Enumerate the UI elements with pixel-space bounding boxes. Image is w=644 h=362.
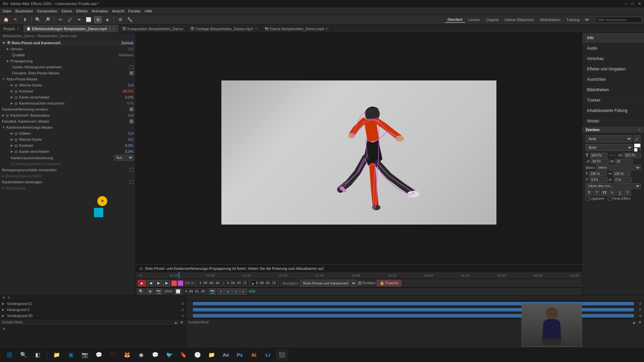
schalter-modi-label-1[interactable]: Schalter/Modi (2, 320, 22, 324)
hindi-label[interactable]: Hindi-Ziffern (608, 197, 631, 200)
tl-prev-frame[interactable]: ◀ (147, 280, 154, 286)
tool-pencil[interactable]: ✒ (75, 16, 83, 23)
taskbar-lightroom[interactable]: Lr (262, 349, 274, 361)
kantenverf-maske-group[interactable]: ▼ Kantenverfeinerungs-Maske (0, 124, 136, 130)
tab-ebene[interactable]: 📷 Ebene Beispielvideo_Dance.mp4 ≡ (261, 25, 331, 33)
tl-next-frame[interactable]: ▶ (163, 280, 170, 286)
workspace-training[interactable]: Training (564, 17, 582, 22)
tf-t-bold[interactable]: T (586, 190, 592, 196)
kantenrauschen-value[interactable]: 0 % (113, 101, 133, 105)
tool-brush[interactable]: 🖊 (66, 16, 74, 23)
propagierung-row[interactable]: ▶ Propagierung (0, 58, 136, 64)
taskbar-photoshop[interactable]: Ps (234, 349, 246, 361)
kantenrauschreduz-select[interactable]: Aus Niedrig Hoch (114, 155, 133, 161)
cb-a-channel[interactable]: A (240, 289, 247, 295)
panel-bibliotheken[interactable]: Bibliotheken (582, 85, 644, 95)
menu-ebene[interactable]: Ebene (61, 9, 72, 13)
panel-ausrichten[interactable]: Ausrichten (582, 74, 644, 85)
workspace-standard[interactable]: Standard (445, 17, 465, 23)
tl-down-arrow-1[interactable]: ▼ (180, 320, 184, 325)
menu-bearbeiten[interactable]: Bearbeiten (15, 9, 33, 13)
tl-up-arrow-2[interactable]: ▲ (632, 320, 636, 325)
panel-absatz[interactable]: Absatz (582, 116, 644, 126)
tab-projekt-close[interactable]: ✕ (17, 27, 19, 31)
ligaturen-label[interactable]: Ligaturen (586, 197, 604, 200)
tab-ebene-menu[interactable]: ≡ (326, 27, 328, 31)
feinabst-roto-checkbox[interactable]: ✓ (129, 71, 133, 75)
taskbar-search[interactable]: 🔍 (17, 349, 30, 361)
tool-wrench[interactable]: 🔧 (126, 16, 134, 23)
tf-t-italic[interactable]: T (593, 190, 600, 196)
menu-ansicht[interactable]: Ansicht (112, 9, 124, 13)
cb-b-channel[interactable]: B (232, 289, 239, 295)
fixieren-button[interactable]: 🔒 Fixieren (377, 280, 401, 286)
bewegungsunschaerfe-checkbox[interactable] (129, 168, 133, 172)
cb-camera[interactable]: 📷 (155, 289, 162, 295)
menu-fenster[interactable]: Fenster (128, 9, 141, 13)
schalter-modi-label-2[interactable]: Schalter/Modi (188, 320, 209, 324)
tracking-input[interactable] (615, 159, 633, 164)
track-menu-3[interactable]: ≡ (639, 313, 641, 318)
taskbar-shield[interactable]: 🛡 (107, 349, 119, 361)
taskbar-firefox[interactable]: 🦊 (121, 349, 133, 361)
kontrast-value[interactable]: 80,0% (113, 89, 133, 93)
weiche-kante-value[interactable]: 5,0 (113, 83, 133, 87)
roto-brush-tool[interactable]: ✛ (97, 196, 107, 206)
hindi-checkbox[interactable] (608, 197, 611, 200)
tl-up-arrow-1[interactable]: ▲ (174, 320, 178, 325)
kantenverf-basisradius-value[interactable]: 0,0 (113, 113, 133, 117)
cb-grid[interactable]: ⊞ (147, 289, 153, 295)
vorder-checkbox[interactable] (129, 65, 133, 69)
metrics-select[interactable]: Metriv Optisch (596, 165, 641, 170)
taskbar-twitter[interactable]: 🐦 (163, 349, 175, 361)
workspace-kleiner[interactable]: Kleiner Bildschirm (502, 17, 537, 22)
tl-play-btn[interactable]: ▶ (155, 280, 162, 286)
tool-shape[interactable]: ⬜ (85, 16, 93, 23)
kante-verschieben2-value[interactable]: 0,0% (113, 149, 133, 154)
taskbar-store[interactable]: ▣ (65, 349, 77, 361)
font-eyedropper[interactable]: 🖊 (633, 135, 641, 142)
leading-input[interactable] (591, 159, 608, 164)
color-swatch-black[interactable] (634, 148, 641, 151)
ligaturen-checkbox[interactable] (586, 197, 589, 200)
tool-arrow[interactable]: ↖ (11, 16, 19, 23)
tab-effekt-close[interactable]: ✕ (109, 27, 111, 31)
feinabst-kantenverf-checkbox[interactable]: ✓ (129, 119, 133, 123)
taskbar-whatsapp[interactable]: 💬 (93, 349, 105, 361)
taskbar-bookmark[interactable]: 🔖 (177, 349, 190, 361)
tab-projekt[interactable]: Projekt ✕ (0, 25, 23, 33)
font-name-select[interactable]: Arial Helvetica (586, 135, 632, 142)
cb-magnify[interactable]: 🔍 (138, 289, 145, 295)
color-swatch-white[interactable] (634, 143, 641, 147)
layer-menu-1c[interactable]: ≡ (181, 313, 184, 318)
taskbar-clock[interactable]: 🕐 (192, 349, 204, 361)
mode-select[interactable]: Roto-Pinsel und Kantenverf. Alpha Alpha-… (300, 280, 357, 287)
taskbar-messenger[interactable]: 💬 (149, 349, 161, 361)
tool-zoom-in[interactable]: 🔍 (34, 16, 42, 23)
font-style-select[interactable]: Bold Regular Italic (586, 144, 633, 151)
vscale-input[interactable] (613, 171, 630, 176)
kontrast2-value[interactable]: 0,0% (113, 143, 133, 147)
cb-snap-frame[interactable]: 📷 (209, 289, 216, 295)
maximize-icon[interactable]: □ (632, 1, 634, 6)
taskbar-circle[interactable]: ◉ (135, 349, 147, 361)
panel-audio[interactable]: Audio (582, 43, 644, 54)
layer-menu-1b[interactable]: ≡ (181, 307, 184, 312)
baseline-input[interactable] (614, 177, 632, 182)
minimize-icon[interactable]: ─ (625, 1, 628, 6)
flaeche-select[interactable]: Fläche über Kon... Normal (586, 183, 641, 189)
hscale-input[interactable] (589, 171, 606, 176)
taskbar-other[interactable]: ⬛ (276, 349, 288, 361)
tool-roto[interactable]: ⊕ (94, 16, 102, 23)
tf-tr-smallcaps[interactable]: Tr (609, 190, 615, 196)
taskbar-taskview[interactable]: ◧ (32, 349, 44, 361)
panel-tracker[interactable]: Tracker (582, 95, 644, 106)
taskbar-start[interactable]: ⊞ (3, 349, 15, 361)
cb-g-channel[interactable]: G (225, 289, 232, 295)
menu-hilfe[interactable]: Hilfe (145, 9, 152, 13)
panel-inhaltsbasiert[interactable]: Inhaltsbasierte Füllung (582, 106, 644, 116)
workspace-original[interactable]: Original (483, 17, 501, 22)
zeichen-menu[interactable]: ≡ (639, 128, 641, 132)
workspace-bibliotheken[interactable]: Bibliotheken (538, 17, 563, 22)
effect-main-title[interactable]: ▼ ⚙ Roto-Pinsel und Kantenverf. Zurück (0, 40, 136, 46)
